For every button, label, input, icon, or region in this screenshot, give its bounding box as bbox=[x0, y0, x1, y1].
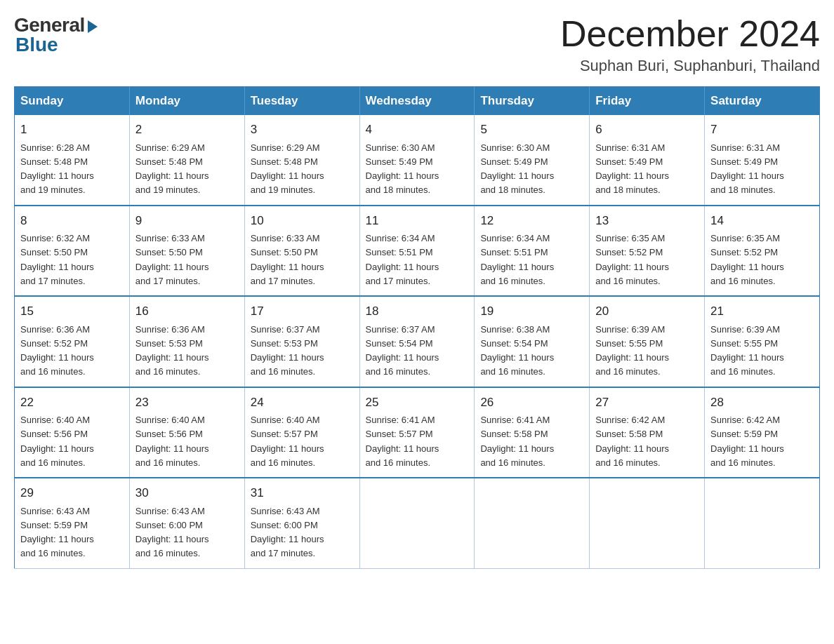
day-info: Sunrise: 6:38 AM Sunset: 5:54 PM Dayligh… bbox=[480, 324, 554, 377]
day-info: Sunrise: 6:31 AM Sunset: 5:49 PM Dayligh… bbox=[595, 142, 669, 196]
day-number: 16 bbox=[135, 302, 239, 321]
calendar-day-cell: 16Sunrise: 6:36 AM Sunset: 5:53 PM Dayli… bbox=[129, 296, 244, 387]
calendar-day-cell: 13Sunrise: 6:35 AM Sunset: 5:52 PM Dayli… bbox=[590, 206, 705, 297]
calendar-day-cell: 25Sunrise: 6:41 AM Sunset: 5:57 PM Dayli… bbox=[359, 387, 475, 478]
day-info: Sunrise: 6:35 AM Sunset: 5:52 PM Dayligh… bbox=[710, 233, 784, 286]
logo-blue-text: Blue bbox=[15, 34, 58, 56]
calendar-day-cell bbox=[359, 478, 475, 568]
day-number: 22 bbox=[20, 394, 124, 412]
calendar-day-cell: 1Sunrise: 6:28 AM Sunset: 5:48 PM Daylig… bbox=[15, 115, 130, 206]
calendar-day-cell: 3Sunrise: 6:29 AM Sunset: 5:48 PM Daylig… bbox=[244, 115, 359, 206]
calendar-day-cell: 7Sunrise: 6:31 AM Sunset: 5:49 PM Daylig… bbox=[705, 115, 820, 206]
day-info: Sunrise: 6:42 AM Sunset: 5:58 PM Dayligh… bbox=[595, 415, 669, 468]
calendar-day-cell: 28Sunrise: 6:42 AM Sunset: 5:59 PM Dayli… bbox=[705, 387, 820, 478]
day-info: Sunrise: 6:40 AM Sunset: 5:56 PM Dayligh… bbox=[20, 415, 94, 468]
day-number: 18 bbox=[366, 302, 469, 321]
day-number: 19 bbox=[480, 302, 583, 321]
calendar-day-cell: 23Sunrise: 6:40 AM Sunset: 5:56 PM Dayli… bbox=[129, 387, 244, 478]
calendar-day-cell: 26Sunrise: 6:41 AM Sunset: 5:58 PM Dayli… bbox=[475, 387, 590, 478]
day-info: Sunrise: 6:34 AM Sunset: 5:51 PM Dayligh… bbox=[480, 233, 554, 286]
day-number: 6 bbox=[595, 121, 699, 139]
day-number: 29 bbox=[20, 484, 124, 502]
calendar-day-cell: 29Sunrise: 6:43 AM Sunset: 5:59 PM Dayli… bbox=[15, 478, 130, 568]
calendar-day-cell: 18Sunrise: 6:37 AM Sunset: 5:54 PM Dayli… bbox=[359, 296, 475, 387]
page-header: General Blue December 2024 Suphan Buri, … bbox=[14, 14, 820, 75]
calendar-day-cell: 17Sunrise: 6:37 AM Sunset: 5:53 PM Dayli… bbox=[244, 296, 359, 387]
day-number: 9 bbox=[135, 212, 239, 230]
logo-arrow-icon bbox=[88, 20, 98, 33]
calendar-day-cell: 27Sunrise: 6:42 AM Sunset: 5:58 PM Dayli… bbox=[590, 387, 705, 478]
calendar-day-cell: 15Sunrise: 6:36 AM Sunset: 5:52 PM Dayli… bbox=[15, 296, 130, 387]
calendar-day-cell: 9Sunrise: 6:33 AM Sunset: 5:50 PM Daylig… bbox=[129, 206, 244, 297]
day-number: 20 bbox=[595, 302, 699, 321]
day-info: Sunrise: 6:41 AM Sunset: 5:58 PM Dayligh… bbox=[480, 415, 554, 468]
day-number: 15 bbox=[20, 302, 124, 321]
calendar-week-row: 22Sunrise: 6:40 AM Sunset: 5:56 PM Dayli… bbox=[15, 387, 820, 478]
calendar-week-row: 15Sunrise: 6:36 AM Sunset: 5:52 PM Dayli… bbox=[15, 296, 820, 387]
calendar-header-wednesday: Wednesday bbox=[359, 87, 475, 116]
calendar-day-cell: 30Sunrise: 6:43 AM Sunset: 6:00 PM Dayli… bbox=[129, 478, 244, 568]
calendar-week-row: 8Sunrise: 6:32 AM Sunset: 5:50 PM Daylig… bbox=[15, 206, 820, 297]
day-number: 27 bbox=[595, 394, 699, 412]
day-info: Sunrise: 6:40 AM Sunset: 5:56 PM Dayligh… bbox=[135, 415, 209, 468]
day-number: 25 bbox=[366, 394, 469, 412]
day-number: 26 bbox=[480, 394, 583, 412]
day-info: Sunrise: 6:29 AM Sunset: 5:48 PM Dayligh… bbox=[135, 142, 209, 196]
day-number: 14 bbox=[710, 212, 814, 230]
calendar-header-monday: Monday bbox=[129, 87, 244, 116]
day-info: Sunrise: 6:43 AM Sunset: 6:00 PM Dayligh… bbox=[135, 506, 209, 559]
logo: General Blue bbox=[14, 14, 98, 56]
day-info: Sunrise: 6:42 AM Sunset: 5:59 PM Dayligh… bbox=[710, 415, 784, 468]
day-number: 23 bbox=[135, 394, 239, 412]
day-number: 8 bbox=[20, 212, 124, 230]
calendar-day-cell bbox=[590, 478, 705, 568]
calendar-table: SundayMondayTuesdayWednesdayThursdayFrid… bbox=[14, 86, 820, 569]
title-area: December 2024 Suphan Buri, Suphanburi, T… bbox=[560, 14, 820, 75]
day-info: Sunrise: 6:36 AM Sunset: 5:53 PM Dayligh… bbox=[135, 324, 209, 377]
calendar-day-cell bbox=[705, 478, 820, 568]
calendar-day-cell bbox=[475, 478, 590, 568]
day-info: Sunrise: 6:34 AM Sunset: 5:51 PM Dayligh… bbox=[366, 233, 439, 286]
calendar-day-cell: 21Sunrise: 6:39 AM Sunset: 5:55 PM Dayli… bbox=[705, 296, 820, 387]
calendar-day-cell: 4Sunrise: 6:30 AM Sunset: 5:49 PM Daylig… bbox=[359, 115, 475, 206]
day-info: Sunrise: 6:43 AM Sunset: 5:59 PM Dayligh… bbox=[20, 506, 94, 559]
day-number: 21 bbox=[710, 302, 814, 321]
calendar-header-row: SundayMondayTuesdayWednesdayThursdayFrid… bbox=[15, 87, 820, 116]
day-number: 17 bbox=[251, 302, 354, 321]
day-info: Sunrise: 6:36 AM Sunset: 5:52 PM Dayligh… bbox=[20, 324, 94, 377]
calendar-header-sunday: Sunday bbox=[15, 87, 130, 116]
day-info: Sunrise: 6:39 AM Sunset: 5:55 PM Dayligh… bbox=[595, 324, 669, 377]
calendar-day-cell: 2Sunrise: 6:29 AM Sunset: 5:48 PM Daylig… bbox=[129, 115, 244, 206]
day-info: Sunrise: 6:33 AM Sunset: 5:50 PM Dayligh… bbox=[135, 233, 209, 286]
calendar-day-cell: 12Sunrise: 6:34 AM Sunset: 5:51 PM Dayli… bbox=[475, 206, 590, 297]
day-info: Sunrise: 6:39 AM Sunset: 5:55 PM Dayligh… bbox=[710, 324, 784, 377]
day-info: Sunrise: 6:29 AM Sunset: 5:48 PM Dayligh… bbox=[251, 142, 324, 196]
calendar-header-thursday: Thursday bbox=[475, 87, 590, 116]
day-number: 24 bbox=[251, 394, 354, 412]
day-info: Sunrise: 6:37 AM Sunset: 5:54 PM Dayligh… bbox=[366, 324, 439, 377]
day-info: Sunrise: 6:31 AM Sunset: 5:49 PM Dayligh… bbox=[710, 142, 784, 196]
day-number: 1 bbox=[20, 121, 124, 139]
day-number: 12 bbox=[480, 212, 583, 230]
day-info: Sunrise: 6:30 AM Sunset: 5:49 PM Dayligh… bbox=[480, 142, 554, 196]
day-number: 4 bbox=[366, 121, 469, 139]
calendar-day-cell: 10Sunrise: 6:33 AM Sunset: 5:50 PM Dayli… bbox=[244, 206, 359, 297]
calendar-day-cell: 6Sunrise: 6:31 AM Sunset: 5:49 PM Daylig… bbox=[590, 115, 705, 206]
calendar-header-saturday: Saturday bbox=[705, 87, 820, 116]
day-number: 5 bbox=[480, 121, 583, 139]
day-info: Sunrise: 6:40 AM Sunset: 5:57 PM Dayligh… bbox=[251, 415, 324, 468]
day-info: Sunrise: 6:37 AM Sunset: 5:53 PM Dayligh… bbox=[251, 324, 324, 377]
calendar-day-cell: 19Sunrise: 6:38 AM Sunset: 5:54 PM Dayli… bbox=[475, 296, 590, 387]
day-info: Sunrise: 6:33 AM Sunset: 5:50 PM Dayligh… bbox=[251, 233, 324, 286]
calendar-day-cell: 11Sunrise: 6:34 AM Sunset: 5:51 PM Dayli… bbox=[359, 206, 475, 297]
calendar-day-cell: 20Sunrise: 6:39 AM Sunset: 5:55 PM Dayli… bbox=[590, 296, 705, 387]
day-number: 13 bbox=[595, 212, 699, 230]
day-number: 3 bbox=[251, 121, 354, 139]
day-number: 2 bbox=[135, 121, 239, 139]
day-number: 11 bbox=[366, 212, 469, 230]
calendar-week-row: 1Sunrise: 6:28 AM Sunset: 5:48 PM Daylig… bbox=[15, 115, 820, 206]
calendar-header-tuesday: Tuesday bbox=[244, 87, 359, 116]
day-info: Sunrise: 6:32 AM Sunset: 5:50 PM Dayligh… bbox=[20, 233, 94, 286]
month-year-title: December 2024 bbox=[560, 14, 820, 54]
calendar-day-cell: 31Sunrise: 6:43 AM Sunset: 6:00 PM Dayli… bbox=[244, 478, 359, 568]
